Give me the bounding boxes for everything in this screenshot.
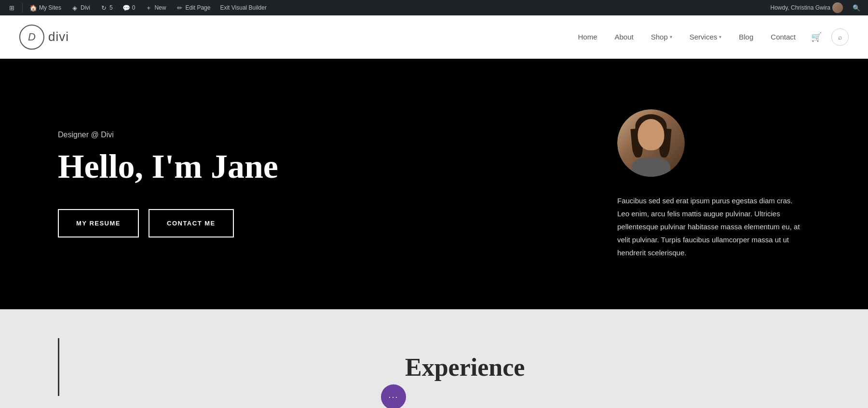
- purple-dot-button[interactable]: ···: [381, 384, 406, 408]
- admin-bar-exit-builder[interactable]: Exit Visual Builder: [216, 0, 271, 15]
- admin-bar: ⊞ 🏠 My Sites ◈ Divi ↻ 5 💬 0 + New ✏ Edit…: [0, 0, 868, 15]
- new-label: New: [154, 4, 166, 11]
- wp-logo-item[interactable]: ⊞: [4, 0, 19, 15]
- contact-me-button[interactable]: CONTACT ME: [149, 209, 234, 237]
- nav-item-home[interactable]: Home: [570, 29, 605, 45]
- hero-subtitle: Designer @ Divi: [58, 131, 588, 139]
- edit-icon: ✏: [176, 4, 183, 12]
- admin-bar-right: Howdy, Christina Gwira 🔍: [767, 2, 864, 13]
- nav-item-shop[interactable]: Shop ▾: [643, 29, 680, 45]
- avatar: [832, 2, 843, 13]
- hero-left: Designer @ Divi Hello, I'm Jane MY RESUM…: [58, 131, 588, 237]
- updates-count: 5: [109, 4, 113, 11]
- user-greeting: Howdy, Christina Gwira: [771, 4, 830, 11]
- admin-bar-my-sites[interactable]: 🏠 My Sites: [26, 0, 65, 15]
- nav-services-label: Services: [690, 33, 718, 41]
- nav-home-label: Home: [578, 33, 597, 41]
- resume-button[interactable]: MY RESUME: [58, 209, 139, 237]
- hero-avatar-wrapper: [617, 109, 685, 177]
- site-nav: Home About Shop ▾ Services ▾ Blog Contac…: [570, 28, 849, 46]
- admin-bar-edit-page[interactable]: ✏ Edit Page: [172, 0, 214, 15]
- divi-icon: ◈: [71, 4, 79, 12]
- hero-section: Designer @ Divi Hello, I'm Jane MY RESUM…: [0, 59, 868, 309]
- search-button[interactable]: ⌕: [831, 28, 849, 46]
- logo-circle: D: [19, 25, 44, 50]
- admin-bar-user[interactable]: Howdy, Christina Gwira: [767, 2, 847, 13]
- admin-bar-new[interactable]: + New: [141, 0, 170, 15]
- wp-icon: ⊞: [8, 4, 15, 12]
- hero-buttons: MY RESUME CONTACT ME: [58, 209, 588, 237]
- cart-icon[interactable]: 🛒: [805, 28, 827, 46]
- nav-about-label: About: [614, 33, 633, 41]
- nav-item-contact[interactable]: Contact: [763, 29, 803, 45]
- nav-item-about[interactable]: About: [607, 29, 641, 45]
- hero-description: Faucibus sed sed erat ipsum purus egesta…: [617, 194, 800, 259]
- hero-title: Hello, I'm Jane: [58, 148, 588, 185]
- avatar-image: [832, 2, 843, 13]
- exit-builder-label: Exit Visual Builder: [220, 4, 267, 11]
- admin-bar-comments[interactable]: 💬 0: [119, 0, 139, 15]
- admin-bar-divider-1: [22, 3, 23, 13]
- nav-item-blog[interactable]: Blog: [731, 29, 761, 45]
- my-sites-icon: 🏠: [29, 4, 37, 12]
- experience-title: Experience: [405, 353, 810, 382]
- admin-bar-search[interactable]: 🔍: [849, 4, 864, 12]
- chevron-down-icon: ▾: [670, 34, 672, 39]
- logo-letter: D: [28, 31, 36, 43]
- updates-icon: ↻: [100, 4, 108, 12]
- search-icon: ⌕: [838, 33, 842, 41]
- nav-contact-label: Contact: [771, 33, 796, 41]
- chevron-down-icon: ▾: [719, 34, 721, 39]
- admin-bar-divi[interactable]: ◈ Divi: [67, 0, 94, 15]
- comments-icon: 💬: [122, 4, 130, 12]
- content-right: Experience: [366, 353, 810, 382]
- nav-blog-label: Blog: [739, 33, 753, 41]
- admin-bar-updates[interactable]: ↻ 5: [96, 0, 117, 15]
- avatar-body: [632, 158, 670, 177]
- hero-right: Faucibus sed sed erat ipsum purus egesta…: [588, 109, 810, 259]
- comments-count: 0: [132, 4, 136, 11]
- content-left: [58, 338, 366, 396]
- search-icon: 🔍: [853, 4, 860, 12]
- site-header: D divi Home About Shop ▾ Services ▾ Blog…: [0, 15, 868, 59]
- site-logo[interactable]: D divi: [19, 25, 69, 50]
- avatar: [617, 109, 685, 177]
- nav-item-services[interactable]: Services ▾: [682, 29, 730, 45]
- logo-text: divi: [48, 29, 69, 44]
- content-section: Experience ···: [0, 309, 868, 408]
- nav-shop-label: Shop: [651, 33, 668, 41]
- avatar-face: [638, 119, 665, 150]
- my-sites-label: My Sites: [39, 4, 61, 11]
- edit-page-label: Edit Page: [185, 4, 210, 11]
- divi-label: Divi: [81, 4, 90, 11]
- new-icon: +: [145, 4, 152, 12]
